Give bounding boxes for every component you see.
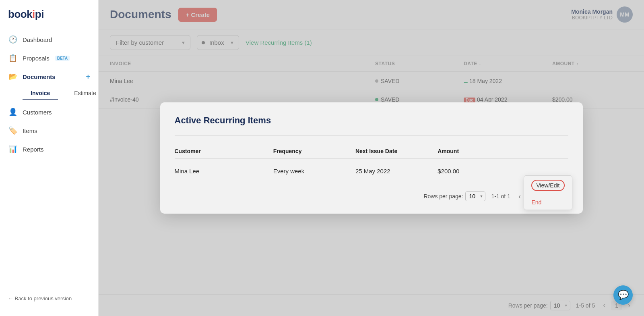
modal-divider [175, 135, 568, 136]
nav-sub-documents: Invoice Estimate [0, 86, 98, 103]
sidebar-item-label: Items [23, 127, 37, 134]
sidebar-item-reports[interactable]: 📊 Reports [0, 140, 98, 158]
sidebar-item-label: Proposals [23, 55, 50, 62]
context-menu-view-edit[interactable]: View/Edit [524, 176, 572, 195]
modal-overlay: Active Recurring Items Customer Frequenc… [99, 0, 644, 316]
beta-badge: BETA [55, 56, 70, 61]
modal-title: Active Recurring Items [175, 115, 568, 126]
sidebar-item-label: Customers [23, 109, 52, 116]
modal-row-next-issue: 25 May 2022 [355, 168, 438, 175]
sidebar-item-label: Documents [23, 73, 56, 80]
sidebar-item-customers[interactable]: 👤 Customers [0, 103, 98, 121]
modal-table-header: Customer Frequency Next Issue Date Amoun… [175, 144, 568, 159]
sidebar-item-proposals[interactable]: 📋 Proposals BETA [0, 49, 98, 67]
modal-rows-label: Rows per page: [423, 193, 463, 200]
modal-prev-button[interactable]: ‹ [516, 191, 523, 202]
modal-rows-select-wrap: 10 [465, 191, 485, 201]
modal-th-amount: Amount [438, 148, 520, 154]
reports-icon: 📊 [8, 145, 18, 154]
modal-th-actions [520, 148, 568, 154]
modal-pagination: Rows per page: 10 1-1 of 1 ‹ › Close [175, 182, 568, 202]
chat-button[interactable]: 💬 [613, 285, 633, 305]
modal-rows-select[interactable]: 10 [465, 191, 485, 201]
view-edit-label[interactable]: View/Edit [531, 180, 564, 191]
modal-active-recurring: Active Recurring Items Customer Frequenc… [160, 102, 583, 214]
sidebar: bookipi 🕐 Dashboard 📋 Proposals BETA 📂 D… [0, 0, 99, 316]
modal-pagination-count: 1-1 of 1 [491, 193, 510, 200]
sidebar-item-label: Reports [23, 146, 44, 153]
sidebar-item-dashboard[interactable]: 🕐 Dashboard [0, 30, 98, 49]
sidebar-item-items[interactable]: 🏷️ Items [0, 121, 98, 140]
modal-th-next-issue: Next Issue Date [355, 148, 438, 154]
documents-add-button[interactable]: + [86, 73, 90, 81]
context-menu: View/Edit End [524, 175, 572, 210]
modal-row-frequency: Every week [273, 168, 355, 175]
documents-icon: 📂 [8, 72, 18, 81]
modal-row-amount: $200.00 [438, 168, 520, 175]
modal-th-customer: Customer [175, 148, 273, 154]
modal-rows-per-page: Rows per page: 10 [423, 191, 485, 201]
items-icon: 🏷️ [8, 126, 18, 135]
modal-table-row: Mina Lee Every week 25 May 2022 $200.00 … [175, 160, 568, 182]
proposals-icon: 📋 [8, 54, 18, 62]
customers-icon: 👤 [8, 108, 18, 116]
chat-icon: 💬 [618, 290, 629, 300]
modal-th-frequency: Frequency [273, 148, 355, 154]
sidebar-item-documents[interactable]: 📂 Documents + [0, 67, 98, 86]
modal-row-customer: Mina Lee [175, 168, 273, 175]
back-link[interactable]: ← Back to previous version [0, 289, 98, 308]
main-area: Documents + Create Monica Morgan BOOKIPI… [99, 0, 644, 316]
sidebar-sub-invoice[interactable]: Invoice [23, 87, 58, 100]
sidebar-item-label: Dashboard [23, 36, 52, 43]
context-menu-end[interactable]: End [524, 195, 572, 210]
dashboard-icon: 🕐 [8, 35, 18, 44]
logo: bookipi [0, 8, 98, 30]
nav: 🕐 Dashboard 📋 Proposals BETA 📂 Documents… [0, 30, 98, 289]
